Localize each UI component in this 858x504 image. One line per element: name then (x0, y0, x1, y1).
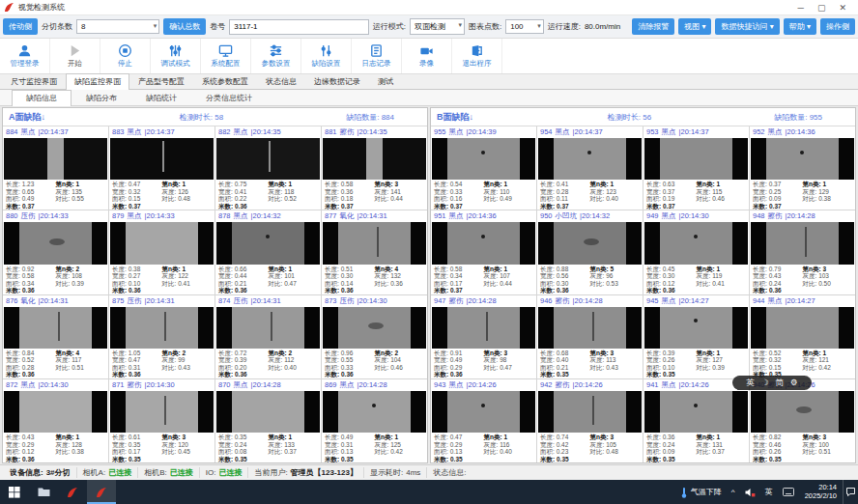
defect-image[interactable] (216, 138, 320, 180)
tab-size-monitor[interactable]: 尺寸监控界面 (2, 73, 66, 89)
defect-cell[interactable]: 941 黑点 |20:14:26 长度: 0.36 宽度: 0.24 面积: 0… (644, 379, 749, 462)
debug-mode-button[interactable]: 调试模式 (151, 39, 201, 73)
tab-status-info[interactable]: 状态信息 (257, 73, 305, 89)
data-access-menu-button[interactable]: 数据快捷访问 ▾ (715, 18, 779, 35)
ime-english-mode[interactable]: 英 (746, 376, 755, 390)
defect-cell[interactable]: 875 压伤 |20:14:31 长度: 1.05 宽度: 0.47 面积: 0… (109, 295, 214, 378)
defect-cell[interactable]: 944 黑点 |20:14:27 长度: 0.52 宽度: 0.32 面积: 0… (750, 295, 855, 378)
defect-image[interactable] (432, 391, 535, 433)
defect-cell[interactable]: 872 黑点 |20:14:30 长度: 0.43 宽度: 0.29 面积: 0… (3, 379, 108, 462)
defect-cell[interactable]: 952 黑点 |20:14:36 长度: 0.37 宽度: 0.25 面积: 0… (750, 126, 855, 210)
defect-cell[interactable]: 869 黑点 |20:14:28 长度: 0.49 宽度: 0.31 面积: 0… (322, 379, 427, 462)
run-mode-select[interactable]: 双面检测 (410, 18, 465, 35)
defect-image[interactable] (4, 222, 107, 264)
defect-cell[interactable]: 942 擦伤 |20:14:26 长度: 0.74 宽度: 0.42 面积: 0… (537, 379, 643, 462)
defect-image[interactable] (110, 391, 214, 433)
defect-cell[interactable]: 954 黑点 |20:14:37 长度: 0.41 宽度: 0.28 面积: 0… (537, 126, 643, 210)
defect-image[interactable] (432, 307, 535, 349)
defect-cell[interactable]: 873 压伤 |20:14:30 长度: 0.96 宽度: 0.55 面积: 0… (322, 295, 427, 378)
chart-points-select[interactable]: 100 (505, 19, 543, 34)
defect-cell[interactable]: 946 擦伤 |20:14:28 长度: 0.68 宽度: 0.40 面积: 0… (537, 295, 643, 378)
defect-image[interactable] (538, 391, 642, 433)
defect-image[interactable] (216, 391, 320, 433)
defect-image[interactable] (644, 138, 748, 180)
defect-cell[interactable]: 951 黑点 |20:14:36 长度: 0.58 宽度: 0.34 面积: 0… (431, 210, 536, 294)
defect-cell[interactable]: 877 氧化 |20:14:31 长度: 0.51 宽度: 0.30 面积: 0… (322, 210, 427, 294)
defect-cell[interactable]: 881 擦伤 |20:14:35 长度: 0.58 宽度: 0.36 面积: 0… (322, 126, 427, 210)
defect-image[interactable] (538, 222, 642, 264)
defect-image[interactable] (644, 307, 748, 349)
defect-cell[interactable]: 879 黑点 |20:14:33 长度: 0.38 宽度: 0.27 面积: 0… (109, 210, 214, 294)
file-explorer-button[interactable] (29, 480, 58, 504)
language-indicator[interactable]: 英 (760, 480, 778, 504)
maximize-button[interactable]: ▢ (817, 0, 826, 15)
confirm-total-button[interactable]: 确认总数 (163, 18, 206, 35)
defect-cell[interactable]: 948 擦伤 |20:14:28 长度: 0.79 宽度: 0.43 面积: 0… (750, 210, 855, 294)
defect-image[interactable] (538, 138, 642, 180)
defect-image[interactable] (751, 391, 854, 433)
defect-cell[interactable]: 947 擦伤 |20:14:28 长度: 0.91 宽度: 0.49 面积: 0… (431, 295, 536, 378)
defect-image[interactable] (751, 307, 854, 349)
tab-system-params[interactable]: 系统参数配置 (193, 73, 257, 89)
tab-edge-data[interactable]: 边缘数据记录 (305, 73, 369, 89)
log-record-button[interactable]: 日志记录 (352, 39, 402, 73)
defect-cell[interactable]: 870 黑点 |20:14:28 长度: 0.35 宽度: 0.24 面积: 0… (215, 379, 321, 462)
defect-image[interactable] (644, 391, 748, 433)
ime-simplified-mode[interactable]: 简 (776, 376, 785, 390)
record-video-button[interactable]: 录像 (402, 39, 452, 73)
defect-cell[interactable]: 949 黑点 |20:14:30 长度: 0.45 宽度: 0.30 面积: 0… (644, 210, 749, 294)
operate-side-button[interactable]: 操作侧 (820, 18, 855, 35)
ime-moon-icon[interactable]: ☽ (761, 376, 769, 390)
defect-image[interactable] (432, 222, 535, 264)
subtab-defect-stats[interactable]: 缺陷统计 (131, 90, 191, 105)
defect-cell[interactable]: 940 擦伤 |20:14:26 长度: 0.82 宽度: 0.46 面积: 0… (750, 379, 855, 462)
defect-cell[interactable]: 955 黑点 |20:14:39 长度: 0.54 宽度: 0.33 面积: 0… (431, 126, 536, 210)
defect-image[interactable] (110, 222, 214, 264)
defect-image[interactable] (4, 138, 107, 180)
subtab-defect-info[interactable]: 缺陷信息 (12, 90, 72, 106)
defect-cell[interactable]: 882 黑点 |20:14:35 长度: 0.75 宽度: 0.41 面积: 0… (215, 126, 321, 210)
app-taskbar-button-2[interactable] (87, 480, 116, 504)
defect-image[interactable] (323, 222, 426, 264)
param-settings-button[interactable]: 参数设置 (251, 39, 301, 73)
start-button[interactable] (0, 480, 29, 504)
defect-cell[interactable]: 945 黑点 |20:14:27 长度: 0.39 宽度: 0.26 面积: 0… (644, 295, 749, 378)
tray-expand-chevron[interactable]: ^ (727, 480, 740, 504)
defect-image[interactable] (323, 391, 426, 433)
action-center-button[interactable] (843, 480, 858, 504)
defect-cell[interactable]: 878 黑点 |20:14:32 长度: 0.66 宽度: 0.44 面积: 0… (215, 210, 321, 294)
app-taskbar-button-1[interactable] (58, 480, 87, 504)
ime-settings-gear-icon[interactable]: ⚙ (790, 376, 798, 390)
defect-image[interactable] (4, 391, 107, 433)
defect-image[interactable] (323, 138, 426, 180)
volume-button[interactable] (740, 480, 760, 504)
roll-number-input[interactable] (229, 19, 369, 35)
minimize-button[interactable]: ─ (798, 0, 804, 15)
defect-image[interactable] (538, 307, 642, 349)
defect-image[interactable] (751, 222, 854, 264)
defect-cell[interactable]: 943 黑点 |20:14:26 长度: 0.47 宽度: 0.29 面积: 0… (431, 379, 536, 462)
start-button[interactable]: 开始 (50, 39, 100, 73)
drive-side-button[interactable]: 传动侧 (3, 18, 38, 35)
defect-cell[interactable]: 874 压伤 |20:14:31 长度: 0.72 宽度: 0.39 面积: 0… (215, 295, 321, 378)
clear-alarm-button[interactable]: 清除报警 (632, 18, 674, 35)
defect-cell[interactable]: 871 擦伤 |20:14:30 长度: 0.61 宽度: 0.35 面积: 0… (109, 379, 214, 462)
defect-image[interactable] (216, 307, 320, 349)
tab-test[interactable]: 测试 (369, 73, 402, 89)
defect-image[interactable] (751, 138, 854, 180)
defect-image[interactable] (4, 307, 107, 349)
defect-image[interactable] (432, 138, 535, 180)
defect-cell[interactable]: 950 小凹坑 |20:14:32 长度: 0.88 宽度: 0.56 面积: … (537, 210, 643, 294)
defect-cell[interactable]: 876 氧化 |20:14:31 长度: 0.84 宽度: 0.52 面积: 0… (3, 295, 108, 378)
tab-product-config[interactable]: 产品型号配置 (129, 73, 193, 89)
defect-cell[interactable]: 880 压伤 |20:14:33 长度: 0.92 宽度: 0.58 面积: 0… (3, 210, 108, 294)
defect-image[interactable] (110, 307, 214, 349)
defect-image[interactable] (110, 138, 214, 180)
view-menu-button[interactable]: 视图 ▾ (678, 18, 711, 35)
help-menu-button[interactable]: 帮助 ▾ (784, 18, 816, 35)
system-config-button[interactable]: 系统配置 (201, 39, 251, 73)
stop-button[interactable]: 停止 (100, 39, 151, 73)
ime-indicator[interactable] (778, 480, 799, 504)
exit-program-button[interactable]: 退出程序 (452, 39, 502, 73)
defect-cell[interactable]: 953 黑点 |20:14:37 长度: 0.63 宽度: 0.37 面积: 0… (644, 126, 749, 210)
